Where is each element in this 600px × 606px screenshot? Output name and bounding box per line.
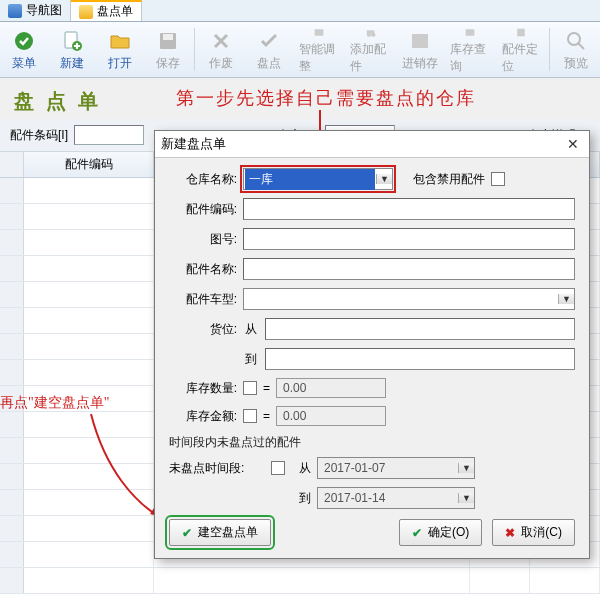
from-label: 从 <box>243 321 259 338</box>
qty-value: 0.00 <box>276 378 386 398</box>
period-checkbox[interactable] <box>271 461 285 475</box>
qty-checkbox[interactable] <box>243 381 257 395</box>
from-label: 从 <box>291 460 311 477</box>
check-icon: ✔ <box>412 526 422 540</box>
period-label: 未盘点时间段: <box>169 460 265 477</box>
part-name-label: 配件名称: <box>169 261 237 278</box>
amt-label: 库存金额: <box>169 408 237 425</box>
part-model-select[interactable]: ▼ <box>243 288 575 310</box>
part-code-label: 配件编码: <box>169 201 237 218</box>
chevron-down-icon: ▼ <box>376 174 392 184</box>
modal-overlay: 新建盘点单 ✕ 仓库名称: 一库 ▼ 包含禁用配件 配件编码: 图号: 配件名称… <box>0 0 600 606</box>
check-icon: ✔ <box>182 526 192 540</box>
chevron-down-icon: ▼ <box>458 493 474 503</box>
chevron-down-icon: ▼ <box>458 463 474 473</box>
close-button[interactable]: ✕ <box>563 135 583 153</box>
drawing-input[interactable] <box>243 228 575 250</box>
new-stocktake-dialog: 新建盘点单 ✕ 仓库名称: 一库 ▼ 包含禁用配件 配件编码: 图号: 配件名称… <box>154 130 590 559</box>
drawing-label: 图号: <box>169 231 237 248</box>
amt-value: 0.00 <box>276 406 386 426</box>
chevron-down-icon: ▼ <box>558 294 574 304</box>
warehouse-name-label: 仓库名称: <box>169 171 237 188</box>
date-to-picker[interactable]: 2017-01-14▼ <box>317 487 475 509</box>
ok-button[interactable]: ✔ 确定(O) <box>399 519 482 546</box>
warehouse-select[interactable]: 一库 ▼ <box>243 168 393 190</box>
cancel-icon: ✖ <box>505 526 515 540</box>
part-name-input[interactable] <box>243 258 575 280</box>
qty-label: 库存数量: <box>169 380 237 397</box>
build-empty-button[interactable]: ✔ 建空盘点单 <box>169 519 271 546</box>
include-disabled-checkbox[interactable] <box>491 172 505 186</box>
dialog-title: 新建盘点单 <box>161 135 226 153</box>
period-section-label: 时间段内未盘点过的配件 <box>169 434 575 451</box>
bin-from-input[interactable] <box>265 318 575 340</box>
dialog-titlebar[interactable]: 新建盘点单 ✕ <box>155 131 589 158</box>
part-code-input[interactable] <box>243 198 575 220</box>
bin-label: 货位: <box>169 321 237 338</box>
to-label: 到 <box>291 490 311 507</box>
eq-label: = <box>263 381 270 395</box>
cancel-button[interactable]: ✖ 取消(C) <box>492 519 575 546</box>
to-label: 到 <box>243 351 259 368</box>
part-model-label: 配件车型: <box>169 291 237 308</box>
date-from-picker[interactable]: 2017-01-07▼ <box>317 457 475 479</box>
include-disabled-label: 包含禁用配件 <box>413 171 485 188</box>
eq-label: = <box>263 409 270 423</box>
bin-to-input[interactable] <box>265 348 575 370</box>
amt-checkbox[interactable] <box>243 409 257 423</box>
warehouse-select-value: 一库 <box>245 169 375 190</box>
